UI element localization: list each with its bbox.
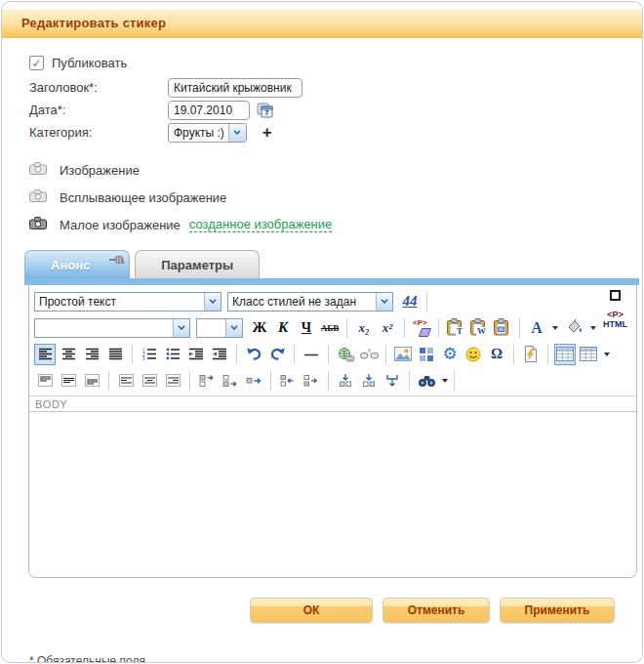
ok-button[interactable]: ОК (250, 598, 373, 623)
cell-halign-center-button[interactable] (139, 370, 160, 392)
fill-color-button[interactable] (564, 317, 585, 339)
insert-table-caret-icon[interactable] (604, 353, 610, 356)
toolbar-separator (132, 345, 133, 364)
insert-link-icon (337, 347, 355, 362)
toolbar-row-table (34, 367, 632, 394)
settings-button[interactable]: ⚙ (439, 344, 461, 365)
editor-toolbar: <P> HTML Простой текст Класс стилей не з… (29, 285, 636, 395)
paragraph-style-select[interactable]: Простой текст (34, 292, 221, 311)
align-right-button[interactable] (81, 344, 102, 365)
maximize-icon[interactable] (610, 290, 621, 301)
horizontal-rule-button[interactable]: — (301, 344, 322, 365)
font-color-caret-icon[interactable] (552, 326, 558, 330)
italic-button[interactable]: К (272, 317, 294, 339)
toolbar-separator (519, 318, 520, 338)
outdent-button[interactable] (185, 344, 207, 365)
underline-button[interactable]: Ч (296, 317, 317, 339)
strikethrough-button[interactable]: АБВ (319, 317, 341, 339)
superscript-button[interactable]: x² (377, 317, 398, 339)
title-input[interactable] (168, 78, 302, 98)
created-image-link[interactable]: созданное изображение (189, 217, 332, 232)
fonts-icon: 44 (403, 293, 418, 310)
insert-snippet-button[interactable] (520, 344, 542, 365)
calendar-icon[interactable]: 7 (257, 103, 273, 118)
indent-button[interactable] (209, 344, 230, 365)
find-replace-caret-icon[interactable] (442, 379, 448, 383)
redo-button[interactable] (266, 344, 288, 365)
body-tag-breadcrumb[interactable]: BODY (35, 398, 67, 410)
editor-path-bar: BODY (29, 395, 636, 412)
pin-icon[interactable] (107, 254, 124, 269)
insert-column-after-button[interactable] (301, 370, 322, 392)
subscript-button[interactable]: x₂ (353, 317, 375, 339)
insert-row-after-button[interactable] (220, 370, 241, 392)
cancel-button[interactable]: Отменить (382, 598, 490, 623)
add-category-button[interactable]: + (262, 124, 272, 141)
indent-icon (212, 348, 227, 360)
insert-table-button[interactable] (578, 344, 599, 365)
html-mode-button[interactable]: <P> HTML (603, 310, 627, 330)
paste-word-button[interactable]: W (468, 317, 490, 339)
cell-valign-bottom-button[interactable] (81, 370, 102, 392)
cell-valign-middle-button[interactable] (58, 370, 79, 392)
gear-icon: ⚙ (442, 346, 457, 362)
checkmark-icon: ✓ (31, 58, 41, 69)
find-replace-button[interactable] (416, 370, 437, 392)
split-cell-button[interactable] (382, 370, 403, 392)
align-center-button[interactable] (58, 344, 79, 365)
component-grid-icon (419, 347, 434, 362)
fonts-button[interactable]: 44 (399, 291, 421, 312)
bold-button[interactable]: Ж (249, 317, 270, 339)
insert-component-button[interactable] (416, 344, 437, 365)
category-selected-value: Фрукты :) (169, 124, 228, 142)
insert-column-before-button[interactable] (277, 370, 299, 392)
tab-params[interactable]: Параметры (135, 250, 260, 278)
insert-symbol-button[interactable]: Ω (486, 344, 507, 365)
remove-format-button[interactable]: <P> (411, 317, 432, 339)
paste-text-button[interactable]: T (445, 317, 466, 339)
delete-row-button[interactable] (243, 370, 264, 392)
superscript-icon: x² (382, 320, 392, 336)
fill-color-caret-icon[interactable] (590, 326, 596, 330)
css-class-select[interactable]: Класс стилей не задан (227, 292, 393, 311)
editor-content-area[interactable] (29, 412, 636, 577)
date-input[interactable] (168, 101, 250, 120)
chevron-down-icon (173, 319, 189, 337)
paste-button[interactable] (492, 317, 513, 339)
cell-halign-left-button[interactable] (115, 370, 137, 392)
outdent-icon (188, 348, 204, 360)
remove-link-button[interactable] (358, 344, 380, 365)
chevron-down-icon (376, 293, 392, 311)
cell-valign-top-button[interactable] (34, 370, 56, 392)
ordered-list-button[interactable]: 123 (139, 344, 160, 365)
category-select[interactable]: Фрукты :) (168, 123, 247, 143)
paste-text-icon: T (446, 318, 465, 337)
undo-button[interactable] (243, 344, 264, 365)
font-family-select[interactable] (34, 318, 190, 338)
font-size-select[interactable] (196, 318, 243, 338)
table-mode-button[interactable] (554, 344, 576, 365)
unordered-list-button[interactable] (162, 344, 183, 365)
insert-link-button[interactable] (335, 344, 356, 365)
insert-row-before-button[interactable] (196, 370, 218, 392)
justify-button[interactable] (104, 344, 126, 365)
cell-halign-right-button[interactable] (162, 370, 183, 392)
publish-checkbox[interactable]: ✓ (29, 56, 44, 70)
insert-row-before-icon (199, 374, 215, 388)
font-color-button[interactable]: A (526, 317, 547, 339)
paragraph-style-value: Простой текст (35, 293, 204, 311)
cell-valign-top-icon (38, 374, 53, 387)
merge-cells-right-button[interactable] (358, 370, 380, 392)
tab-announce[interactable]: Анонс (24, 250, 130, 278)
cell-valign-bottom-icon (85, 374, 100, 387)
apply-button[interactable]: Применить (500, 598, 615, 623)
merge-cells-button[interactable] (335, 370, 356, 392)
remove-format-icon: <P> (412, 318, 431, 338)
redo-icon (269, 347, 286, 361)
insert-image-button[interactable] (392, 344, 414, 365)
toolbar-right-controls: <P> HTML (603, 290, 627, 330)
insert-smile-button[interactable] (463, 344, 484, 365)
toolbar-separator (426, 292, 427, 311)
paste-text-glyph: T (456, 327, 463, 336)
align-left-button[interactable] (34, 344, 56, 365)
